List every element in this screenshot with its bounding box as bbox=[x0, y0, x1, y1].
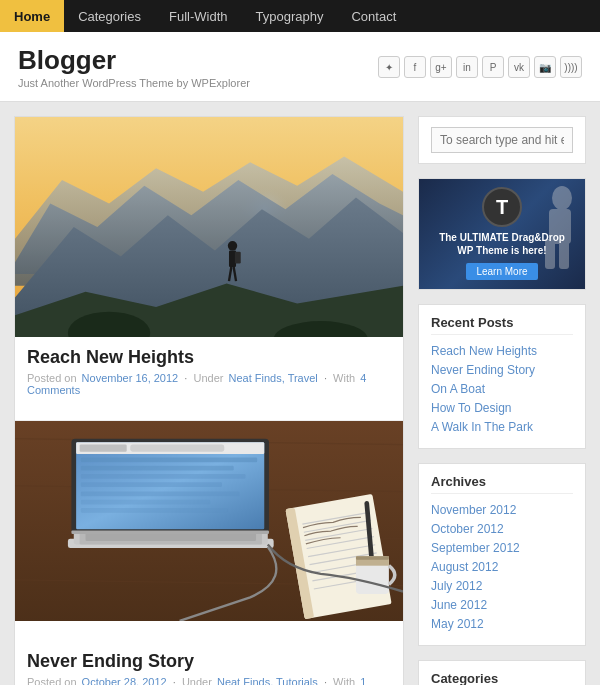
list-item: How To Design bbox=[431, 400, 573, 415]
svg-rect-33 bbox=[81, 508, 228, 513]
facebook-icon[interactable]: f bbox=[404, 56, 426, 78]
archive-link-5[interactable]: July 2012 bbox=[431, 579, 482, 593]
post-date-1[interactable]: November 16, 2012 bbox=[82, 372, 179, 384]
svg-rect-28 bbox=[81, 465, 234, 470]
with-label-2: With bbox=[333, 676, 355, 685]
sidebar: T The ULTIMATE Drag&DropWP Theme is here… bbox=[418, 116, 586, 685]
archive-link-3[interactable]: September 2012 bbox=[431, 541, 520, 555]
svg-rect-29 bbox=[81, 474, 246, 479]
recent-post-link-4[interactable]: How To Design bbox=[431, 401, 511, 415]
main-column: Reach New Heights Posted on November 16,… bbox=[14, 116, 404, 685]
archive-link-4[interactable]: August 2012 bbox=[431, 560, 498, 574]
archives-list: November 2012 October 2012 September 201… bbox=[431, 502, 573, 631]
linkedin-icon[interactable]: in bbox=[456, 56, 478, 78]
svg-rect-26 bbox=[130, 444, 224, 451]
recent-post-link-5[interactable]: A Walk In The Park bbox=[431, 420, 533, 434]
with-label: With bbox=[333, 372, 355, 384]
svg-point-50 bbox=[552, 186, 572, 210]
post-reach-new-heights: Reach New Heights Posted on November 16,… bbox=[15, 117, 403, 421]
googleplus-icon[interactable]: g+ bbox=[430, 56, 452, 78]
list-item: June 2012 bbox=[431, 597, 573, 612]
nav-fullwidth[interactable]: Full-Width bbox=[155, 0, 242, 32]
post-image-2 bbox=[15, 421, 403, 641]
post-meta-1: Posted on November 16, 2012 · Under Neat… bbox=[15, 372, 403, 404]
svg-rect-32 bbox=[81, 499, 210, 504]
posted-on-label: Posted on bbox=[27, 372, 77, 384]
ad-learn-more-button[interactable]: Learn More bbox=[466, 263, 537, 280]
list-item: Never Ending Story bbox=[431, 362, 573, 377]
post-never-ending-story: Never Ending Story Posted on October 28,… bbox=[15, 421, 403, 685]
recent-post-link-2[interactable]: Never Ending Story bbox=[431, 363, 535, 377]
list-item: July 2012 bbox=[431, 578, 573, 593]
posted-on-label-2: Posted on bbox=[27, 676, 77, 685]
categories-title: Categories bbox=[431, 671, 573, 685]
under-label: Under bbox=[194, 372, 224, 384]
top-navigation: Home Categories Full-Width Typography Co… bbox=[0, 0, 600, 32]
post-title-1: Reach New Heights bbox=[15, 347, 403, 372]
site-header: Blogger Just Another WordPress Theme by … bbox=[0, 32, 600, 102]
site-tagline: Just Another WordPress Theme by WPExplor… bbox=[18, 77, 250, 89]
list-item: November 2012 bbox=[431, 502, 573, 517]
archive-link-7[interactable]: May 2012 bbox=[431, 617, 484, 631]
instagram-icon[interactable]: 📷 bbox=[534, 56, 556, 78]
ad-banner[interactable]: T The ULTIMATE Drag&DropWP Theme is here… bbox=[418, 178, 586, 290]
archive-link-6[interactable]: June 2012 bbox=[431, 598, 487, 612]
svg-rect-34 bbox=[71, 530, 269, 534]
rss-icon[interactable]: )))) bbox=[560, 56, 582, 78]
list-item: A Walk In The Park bbox=[431, 419, 573, 434]
twitter-icon[interactable]: ✦ bbox=[378, 56, 400, 78]
search-widget bbox=[418, 116, 586, 164]
categories-widget: Categories Neat Finds Recommendations Sc… bbox=[418, 660, 586, 685]
ad-logo: T bbox=[482, 187, 522, 227]
svg-rect-10 bbox=[235, 251, 241, 263]
nav-contact[interactable]: Contact bbox=[337, 0, 410, 32]
recent-post-link-3[interactable]: On A Boat bbox=[431, 382, 485, 396]
archive-link-2[interactable]: October 2012 bbox=[431, 522, 504, 536]
list-item: October 2012 bbox=[431, 521, 573, 536]
nav-categories[interactable]: Categories bbox=[64, 0, 155, 32]
post-title-link-2[interactable]: Never Ending Story bbox=[27, 651, 194, 671]
list-item: May 2012 bbox=[431, 616, 573, 631]
social-icons: ✦ f g+ in P vk 📷 )))) bbox=[378, 56, 582, 78]
vk-icon[interactable]: vk bbox=[508, 56, 530, 78]
post-image-1 bbox=[15, 117, 403, 337]
archive-link-1[interactable]: November 2012 bbox=[431, 503, 516, 517]
recent-posts-list: Reach New Heights Never Ending Story On … bbox=[431, 343, 573, 434]
nav-typography[interactable]: Typography bbox=[242, 0, 338, 32]
pinterest-icon[interactable]: P bbox=[482, 56, 504, 78]
list-item: On A Boat bbox=[431, 381, 573, 396]
search-input[interactable] bbox=[431, 127, 573, 153]
svg-rect-30 bbox=[81, 482, 222, 487]
post-title-2: Never Ending Story bbox=[15, 651, 403, 676]
post-cats-1[interactable]: Neat Finds, Travel bbox=[229, 372, 318, 384]
list-item: Reach New Heights bbox=[431, 343, 573, 358]
archives-widget: Archives November 2012 October 2012 Sept… bbox=[418, 463, 586, 646]
ad-title: The ULTIMATE Drag&DropWP Theme is here! bbox=[439, 231, 565, 257]
svg-rect-49 bbox=[356, 556, 389, 560]
svg-rect-25 bbox=[80, 444, 127, 451]
content-area: Reach New Heights Posted on November 16,… bbox=[0, 102, 600, 685]
post-meta-2: Posted on October 28, 2012 · Under Neat … bbox=[15, 676, 403, 685]
svg-point-8 bbox=[228, 241, 237, 250]
site-title: Blogger bbox=[18, 46, 250, 75]
recent-posts-widget: Recent Posts Reach New Heights Never End… bbox=[418, 304, 586, 449]
post-title-link-1[interactable]: Reach New Heights bbox=[27, 347, 194, 367]
archives-title: Archives bbox=[431, 474, 573, 494]
post-cats-2[interactable]: Neat Finds, Tutorials bbox=[217, 676, 318, 685]
nav-home[interactable]: Home bbox=[0, 0, 64, 32]
recent-posts-title: Recent Posts bbox=[431, 315, 573, 335]
svg-rect-31 bbox=[81, 491, 240, 496]
svg-rect-27 bbox=[81, 457, 257, 462]
list-item: September 2012 bbox=[431, 540, 573, 555]
under-label-2: Under bbox=[182, 676, 212, 685]
recent-post-link-1[interactable]: Reach New Heights bbox=[431, 344, 537, 358]
list-item: August 2012 bbox=[431, 559, 573, 574]
post-date-2[interactable]: October 28, 2012 bbox=[82, 676, 167, 685]
